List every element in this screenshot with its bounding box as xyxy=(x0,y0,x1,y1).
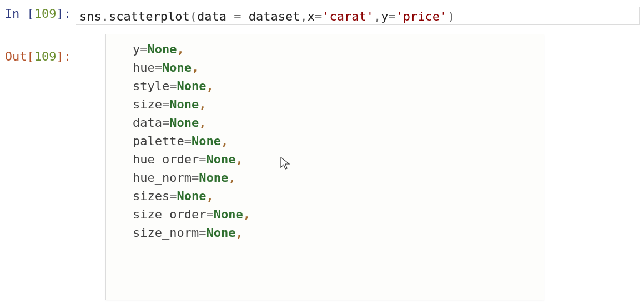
comma: , xyxy=(243,207,250,221)
code-token: sns xyxy=(79,9,102,23)
comma: , xyxy=(177,42,184,56)
param-value: None xyxy=(169,116,199,130)
param-value: None xyxy=(214,207,243,221)
comma: , xyxy=(192,61,199,74)
param-line: hue=None, xyxy=(106,58,544,77)
param-line: data=None, xyxy=(106,113,544,132)
param-value: None xyxy=(192,134,221,148)
param-value: None xyxy=(199,171,228,185)
comma: , xyxy=(206,189,213,203)
comma: , xyxy=(235,152,243,166)
out-prefix: Out xyxy=(5,49,27,63)
equals-sign: = xyxy=(199,152,206,166)
comma: , xyxy=(199,116,206,130)
equals-sign: = xyxy=(199,226,206,240)
comma: , xyxy=(199,97,206,111)
comma: , xyxy=(221,134,228,148)
param-line: size_norm=None, xyxy=(106,223,544,242)
param-line: size=None, xyxy=(106,95,544,113)
param-name: hue_norm xyxy=(133,171,192,185)
comma: , xyxy=(228,171,235,185)
equals-sign: = xyxy=(169,189,177,203)
equals-sign: = xyxy=(140,42,147,56)
exec-count-in: 109 xyxy=(34,7,57,21)
param-line: style=None, xyxy=(106,77,544,95)
comma: , xyxy=(206,79,213,93)
param-value: None xyxy=(206,152,235,166)
input-prompt: In [109]: xyxy=(4,7,76,21)
param-name: hue xyxy=(133,61,155,74)
jupyter-notebook: In [109]: sns.scatterplot(data = dataset… xyxy=(0,0,644,308)
equals-sign: = xyxy=(155,61,162,74)
exec-count-out: 109 xyxy=(34,49,57,63)
param-name: style xyxy=(133,79,169,93)
equals-sign: = xyxy=(206,207,213,221)
code-input[interactable]: sns.scatterplot(data = dataset,x='carat'… xyxy=(76,7,640,25)
param-line: palette=None, xyxy=(106,132,544,150)
param-value: None xyxy=(206,226,235,240)
param-line: y=None, xyxy=(106,40,544,58)
comma: , xyxy=(235,226,243,240)
param-name: data xyxy=(133,116,162,130)
param-list: y=None,hue=None,style=None,size=None,dat… xyxy=(106,40,544,242)
equals-sign: = xyxy=(184,134,192,148)
param-name: size_norm xyxy=(133,226,199,240)
equals-sign: = xyxy=(169,79,177,93)
param-value: None xyxy=(148,42,177,56)
param-name: sizes xyxy=(133,189,169,203)
param-value: None xyxy=(177,189,206,203)
param-line: sizes=None, xyxy=(106,187,544,205)
param-line: hue_order=None, xyxy=(106,150,544,168)
param-line: size_order=None, xyxy=(106,205,544,223)
param-value: None xyxy=(169,97,199,111)
in-prefix: In xyxy=(5,7,27,21)
equals-sign: = xyxy=(162,97,169,111)
param-line: hue_norm=None, xyxy=(106,168,544,187)
param-value: None xyxy=(162,61,192,74)
signature-tooltip[interactable]: y=None,hue=None,style=None,size=None,dat… xyxy=(105,34,544,300)
equals-sign: = xyxy=(192,171,199,185)
param-name: y xyxy=(133,42,140,56)
param-name: palette xyxy=(133,134,184,148)
param-value: None xyxy=(177,79,206,93)
input-cell: In [109]: sns.scatterplot(data = dataset… xyxy=(0,6,644,26)
param-name: hue_order xyxy=(133,152,199,166)
equals-sign: = xyxy=(162,116,169,130)
param-name: size_order xyxy=(133,207,206,221)
param-name: size xyxy=(133,97,162,111)
output-prompt: Out[109]: xyxy=(4,49,76,63)
